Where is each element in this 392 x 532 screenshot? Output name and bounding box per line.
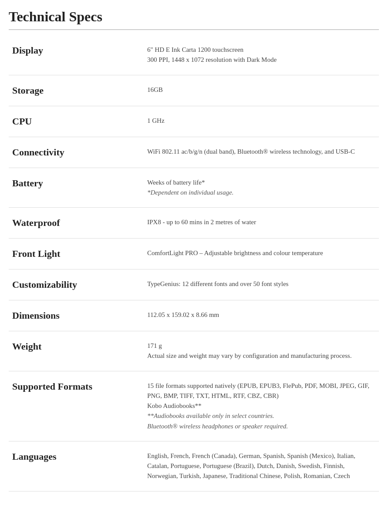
spec-value: 112.05 x 159.02 x 8.66 mm xyxy=(144,300,379,331)
spec-label: Waterproof xyxy=(9,208,144,239)
spec-value: 171 gActual size and weight may vary by … xyxy=(144,331,379,371)
spec-value: TypeGenius: 12 different fonts and over … xyxy=(144,269,379,300)
spec-value-text: English, French, French (Canada), German… xyxy=(147,452,355,480)
spec-row: CPU1 GHz xyxy=(9,106,379,137)
spec-row: Weight171 gActual size and weight may va… xyxy=(9,331,379,371)
spec-label: Customizability xyxy=(9,269,144,300)
spec-label: CPU xyxy=(9,106,144,137)
spec-value-text: 112.05 x 159.02 x 8.66 mm xyxy=(147,311,219,318)
spec-label: Front Light xyxy=(9,239,144,269)
spec-value: 16GB xyxy=(144,75,379,106)
specs-table: Display6" HD E Ink Carta 1200 touchscree… xyxy=(9,35,379,492)
spec-value: 1 GHz xyxy=(144,106,379,137)
spec-value: 15 file formats supported natively (EPUB… xyxy=(144,371,379,441)
spec-value: English, French, French (Canada), German… xyxy=(144,441,379,491)
spec-value-italic: *Dependent on individual usage. xyxy=(147,189,233,196)
spec-label: Display xyxy=(9,35,144,75)
spec-value-text: TypeGenius: 12 different fonts and over … xyxy=(147,280,288,287)
spec-row: ConnectivityWiFi 802.11 ac/b/g/n (dual b… xyxy=(9,137,379,168)
spec-row: Dimensions112.05 x 159.02 x 8.66 mm xyxy=(9,300,379,331)
spec-row: Front LightComfortLight PRO – Adjustable… xyxy=(9,239,379,269)
spec-value-text: 16GB xyxy=(147,86,163,93)
spec-row: Supported Formats15 file formats support… xyxy=(9,371,379,441)
spec-value-text: ComfortLight PRO – Adjustable brightness… xyxy=(147,249,323,256)
spec-label: Dimensions xyxy=(9,300,144,331)
spec-value: Weeks of battery life**Dependent on indi… xyxy=(144,168,379,208)
spec-value-text: 6" HD E Ink Carta 1200 touchscreen xyxy=(147,46,243,53)
spec-value-text: IPX8 - up to 60 mins in 2 metres of wate… xyxy=(147,219,256,226)
spec-label: Supported Formats xyxy=(9,371,144,441)
spec-value-italic: **Audiobooks available only in select co… xyxy=(147,412,274,419)
spec-value-text: Weeks of battery life* xyxy=(147,179,205,186)
spec-value-text: WiFi 802.11 ac/b/g/n (dual band), Blueto… xyxy=(147,148,355,155)
spec-value: WiFi 802.11 ac/b/g/n (dual band), Blueto… xyxy=(144,137,379,168)
spec-value-text: 15 file formats supported natively (EPUB… xyxy=(147,382,369,399)
spec-value-text: Actual size and weight may vary by confi… xyxy=(147,352,351,359)
spec-row: BatteryWeeks of battery life**Dependent … xyxy=(9,168,379,208)
spec-row: Display6" HD E Ink Carta 1200 touchscree… xyxy=(9,35,379,75)
spec-row: LanguagesEnglish, French, French (Canada… xyxy=(9,441,379,491)
spec-value: IPX8 - up to 60 mins in 2 metres of wate… xyxy=(144,208,379,239)
spec-value-text: Kobo Audiobooks** xyxy=(147,402,202,409)
spec-row: Storage16GB xyxy=(9,75,379,106)
spec-value-text: 1 GHz xyxy=(147,117,165,124)
spec-value-text: 171 g xyxy=(147,342,162,349)
spec-value: ComfortLight PRO – Adjustable brightness… xyxy=(144,239,379,269)
page-title: Technical Specs xyxy=(9,9,379,30)
spec-row: WaterproofIPX8 - up to 60 mins in 2 metr… xyxy=(9,208,379,239)
spec-row: CustomizabilityTypeGenius: 12 different … xyxy=(9,269,379,300)
spec-label: Languages xyxy=(9,441,144,491)
spec-label: Connectivity xyxy=(9,137,144,168)
spec-label: Storage xyxy=(9,75,144,106)
spec-label: Battery xyxy=(9,168,144,208)
spec-label: Weight xyxy=(9,331,144,371)
spec-value-text: 300 PPI, 1448 x 1072 resolution with Dar… xyxy=(147,56,277,63)
spec-value: 6" HD E Ink Carta 1200 touchscreen300 PP… xyxy=(144,35,379,75)
spec-value-italic: Bluetooth® wireless headphones or speake… xyxy=(147,423,288,430)
